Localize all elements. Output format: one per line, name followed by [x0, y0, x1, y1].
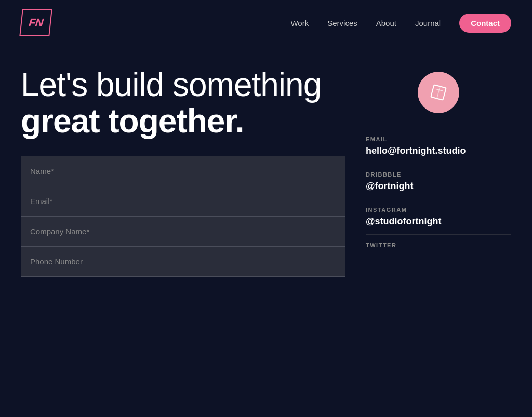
dribbble-info-item: DRIBBBLE @fortnight [366, 164, 511, 199]
instagram-info-item: INSTAGRAM @studiofortnight [366, 199, 511, 235]
twitter-info-item: TWITTER [366, 235, 511, 259]
email-value: hello@fortnight.studio [366, 145, 511, 156]
hero-line3: great together. [21, 103, 345, 139]
nav-work[interactable]: Work [290, 19, 309, 28]
hero-line2: something [172, 66, 321, 103]
left-column: Let's build something great together. [21, 66, 345, 277]
site-header: FN Work Services About Journal Contact [0, 0, 532, 46]
brand-circle [418, 72, 459, 113]
dribbble-value: @fortnight [366, 181, 511, 192]
main-nav: Work Services About Journal Contact [290, 14, 511, 33]
instagram-value: @studiofortnight [366, 216, 511, 227]
nav-journal[interactable]: Journal [415, 19, 441, 28]
right-column: EMAIL hello@fortnight.studio DRIBBBLE @f… [366, 66, 511, 277]
main-content: Let's build something great together. [0, 46, 532, 277]
contact-info-section: EMAIL hello@fortnight.studio DRIBBBLE @f… [366, 129, 511, 259]
svg-line-2 [437, 86, 440, 98]
email-input[interactable] [21, 186, 345, 217]
phone-input[interactable] [21, 247, 345, 277]
email-label: EMAIL [366, 136, 511, 142]
name-input[interactable] [21, 156, 345, 186]
email-info-item: EMAIL hello@fortnight.studio [366, 129, 511, 164]
logo-text: FN [28, 16, 44, 30]
brand-circle-icon [429, 83, 448, 102]
contact-form [21, 156, 345, 277]
nav-services[interactable]: Services [327, 19, 357, 28]
company-input[interactable] [21, 217, 345, 247]
nav-about[interactable]: About [376, 19, 396, 28]
hero-headline: Let's build something great together. [21, 66, 345, 140]
contact-button[interactable]: Contact [459, 14, 511, 33]
hero-line1: Let's build [21, 66, 164, 103]
dribbble-label: DRIBBBLE [366, 171, 511, 178]
instagram-label: INSTAGRAM [366, 207, 511, 213]
logo[interactable]: FN [19, 9, 52, 36]
twitter-label: TWITTER [366, 242, 511, 248]
